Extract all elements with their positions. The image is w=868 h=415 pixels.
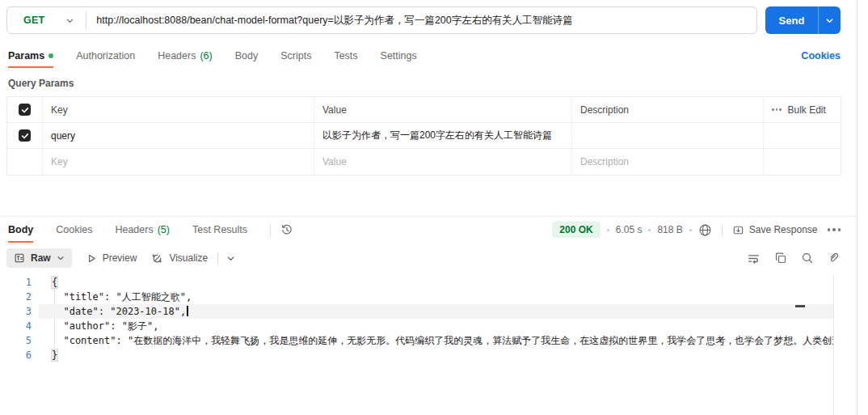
response-tab-cookies[interactable]: Cookies: [56, 217, 92, 243]
send-button-label[interactable]: Send: [765, 6, 818, 34]
overview-ruler-cursor-mark: [795, 305, 805, 307]
view-mode-chevron-icon[interactable]: [226, 254, 235, 263]
param-value-cell[interactable]: 以影子为作者，写一篇200字左右的有关人工智能诗篇: [314, 123, 572, 148]
line-number: 4: [0, 319, 39, 333]
code-text: "date": "2023-10-18",: [52, 306, 186, 317]
ellipsis-icon: [772, 108, 782, 111]
tab-tests[interactable]: Tests: [334, 44, 357, 68]
rest-client-app: GET Send Params Au: [0, 0, 868, 415]
request-bar: GET Send: [6, 6, 841, 34]
tab-label: Test Results: [192, 224, 247, 235]
select-all-checkbox[interactable]: [19, 104, 31, 116]
search-icon[interactable]: [801, 252, 814, 265]
column-header-key: Key: [43, 97, 314, 122]
new-value-input[interactable]: [322, 156, 563, 167]
tab-scripts[interactable]: Scripts: [280, 44, 311, 68]
bulk-edit-label: Bulk Edit: [788, 104, 826, 116]
visualize-label: Visualize: [169, 252, 208, 264]
code-area[interactable]: { "title": "人工智能之歌", "date": "2023-10-18…: [39, 275, 834, 415]
method-label: GET: [23, 15, 44, 26]
row-checkbox[interactable]: [19, 129, 31, 142]
tab-authorization[interactable]: Authorization: [76, 44, 135, 68]
code-text: "content": "在数据的海洋中，我轻舞飞扬，我是思维的延伸，无影无形。代…: [52, 335, 834, 346]
response-tab-headers[interactable]: Headers (5): [115, 217, 170, 243]
response-meta: 200 OK 6.05 s 818 B Save Response: [552, 222, 841, 238]
params-active-dot-icon: [48, 53, 53, 58]
tab-label: Body: [235, 50, 259, 61]
view-toolbar: Raw Preview Visualize: [6, 248, 841, 269]
response-body-editor[interactable]: 1 2 3 4 5 6 { "title": "人工智能之歌", "date":…: [0, 275, 857, 415]
cookies-link[interactable]: Cookies: [801, 50, 841, 61]
history-icon[interactable]: [280, 223, 293, 236]
separator-dot: [607, 229, 609, 231]
raw-view-button[interactable]: Raw: [6, 248, 72, 268]
query-params-table: Key Value Description Bulk Edit query 以影…: [6, 96, 841, 176]
param-key-cell[interactable]: query: [43, 123, 314, 148]
code-line[interactable]: "title": "人工智能之歌",: [39, 290, 833, 304]
response-tab-body[interactable]: Body: [8, 217, 33, 243]
new-key-input[interactable]: [51, 156, 305, 167]
copy-icon[interactable]: [774, 252, 787, 265]
divider: [270, 224, 271, 236]
response-time: 6.05 s: [616, 224, 643, 235]
headers-count: (6): [200, 50, 212, 61]
save-response-label: Save Response: [749, 224, 818, 235]
tab-body[interactable]: Body: [235, 44, 259, 68]
tab-headers[interactable]: Headers (6): [158, 44, 213, 68]
preview-label: Preview: [103, 252, 137, 264]
param-row: query 以影子为作者，写一篇200字左右的有关人工智能诗篇: [7, 123, 841, 149]
code-line[interactable]: "content": "在数据的海洋中，我轻舞飞扬，我是思维的延伸，无影无形。代…: [39, 333, 833, 348]
new-description-input[interactable]: [580, 156, 755, 167]
divider: [217, 252, 218, 265]
line-number: 6: [0, 348, 39, 362]
param-description-cell[interactable]: [572, 123, 764, 148]
divider: [722, 224, 723, 236]
code-text: {: [52, 277, 57, 288]
query-params-title: Query Params: [8, 78, 857, 89]
column-header-description: Description: [572, 97, 764, 122]
headers-count: (5): [158, 224, 170, 235]
tab-params[interactable]: Params: [8, 44, 53, 68]
line-number: 5: [0, 333, 39, 348]
tab-label: Body: [8, 224, 33, 235]
tab-label: Settings: [381, 50, 417, 61]
separator-dot: [689, 229, 692, 231]
tab-label: Scripts: [280, 50, 311, 61]
code-line[interactable]: "author": "影子",: [39, 319, 833, 333]
code-text: "author": "影子",: [52, 320, 158, 332]
preview-button[interactable]: Preview: [86, 252, 137, 264]
wrap-text-icon[interactable]: [747, 252, 761, 265]
save-response-button[interactable]: Save Response: [732, 224, 818, 236]
status-badge: 200 OK: [552, 222, 600, 238]
response-tab-test-results[interactable]: Test Results: [192, 217, 247, 243]
line-number-gutter: 1 2 3 4 5 6: [0, 275, 39, 415]
more-actions-icon[interactable]: [828, 228, 841, 231]
code-line-current[interactable]: "date": "2023-10-18",: [39, 304, 833, 319]
code-line[interactable]: }: [39, 348, 833, 362]
network-globe-icon[interactable]: [698, 223, 712, 237]
send-options-button[interactable]: [818, 6, 841, 34]
row-actions-cell: [764, 123, 841, 148]
line-number: 3: [0, 304, 39, 319]
tab-label: Cookies: [56, 224, 92, 235]
url-input[interactable]: [86, 15, 756, 26]
empty-checkbox-cell: [7, 149, 43, 175]
table-header-row: Key Value Description Bulk Edit: [7, 97, 841, 123]
request-tabs: Params Authorization Headers (6) Body Sc…: [8, 44, 841, 68]
tab-label: Headers: [115, 224, 153, 235]
raw-label: Raw: [31, 252, 51, 264]
method-selector[interactable]: GET: [7, 7, 86, 33]
response-header: Body Cookies Headers (5) Test Results: [8, 217, 841, 243]
visualize-button[interactable]: Visualize: [151, 252, 208, 265]
text-cursor: [187, 306, 188, 316]
chevron-down-icon: [65, 16, 74, 25]
tab-settings[interactable]: Settings: [381, 44, 417, 68]
link-icon[interactable]: [828, 252, 841, 265]
response-size: 818 B: [657, 224, 682, 235]
param-empty-row: [7, 149, 841, 175]
tab-label: Params: [8, 50, 44, 61]
send-button[interactable]: Send: [765, 6, 841, 34]
url-box: GET: [6, 6, 757, 34]
bulk-edit-button[interactable]: Bulk Edit: [764, 97, 841, 122]
code-line[interactable]: {: [39, 275, 833, 290]
